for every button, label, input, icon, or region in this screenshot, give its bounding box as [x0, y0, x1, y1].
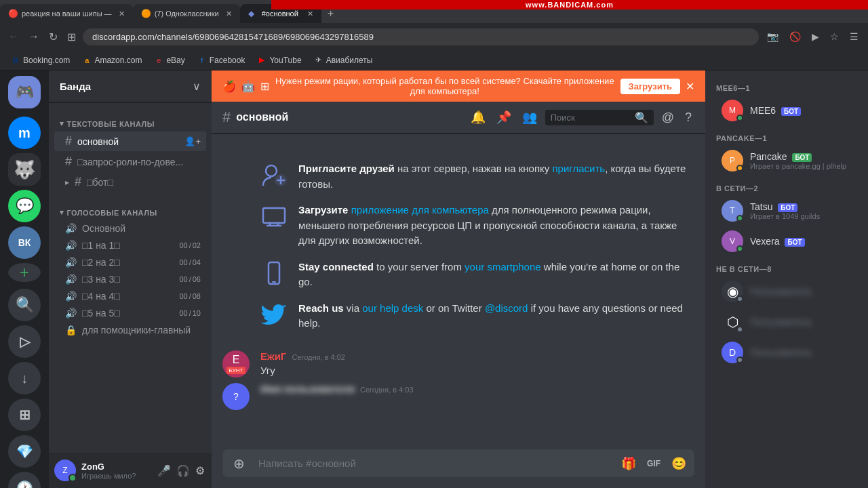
server-icon-explore[interactable]: 🔍: [8, 289, 41, 321]
search-box: 🔍: [545, 110, 654, 125]
nitro-icon: 💎: [8, 435, 41, 468]
server-icon-wolf[interactable]: 🐺: [8, 153, 41, 186]
vexera-tag: БОТ: [785, 238, 804, 247]
channel-item-запрос[interactable]: # □запрос-роли-по-дове...: [54, 152, 206, 171]
twitter-icon: [260, 301, 288, 328]
channel-item-основной[interactable]: # основной 👤+: [54, 131, 206, 151]
text-channels-category[interactable]: ▾ ТЕКСТОВЫЕ КАНАЛЫ: [49, 108, 212, 131]
cast-icon[interactable]: ▶: [808, 28, 823, 45]
voice-channel-3на3[interactable]: 🔊 □3 на 3□ 00/06: [54, 271, 206, 287]
bookmark-ebay[interactable]: e eBay: [149, 54, 190, 66]
mic-button[interactable]: 🎤: [156, 463, 172, 479]
server-icon-history[interactable]: 🕐: [8, 472, 41, 488]
bookmark-avia[interactable]: ✈ Авиабилеты: [309, 54, 378, 66]
voice-channels-category[interactable]: ▾ ГОЛОСОВЫЕ КАНАЛЫ: [49, 197, 212, 220]
bookmark-youtube[interactable]: ▶ YouTube: [252, 54, 307, 66]
pin-icon[interactable]: 📌: [494, 107, 514, 127]
msg-avatar-2: ?: [222, 383, 250, 410]
pancake-name: Pancake БОТ: [750, 151, 857, 162]
tab-favicon-1: 🔴: [8, 9, 18, 18]
attachment-button[interactable]: ⊕: [228, 450, 250, 477]
search-input[interactable]: [551, 113, 632, 123]
promo-download-button[interactable]: Загрузить: [620, 79, 680, 94]
voice-channel-2на2[interactable]: 🔊 □2 на 2□ 00/04: [54, 254, 206, 270]
member-offline-3[interactable]: D Пользователь: [711, 338, 863, 367]
voice-channel-1на1[interactable]: 🔊 □1 на 1□ 00/02: [54, 237, 206, 253]
members-section-offline: НЕ В СЕТИ—8 ◉ Пользователь ⬡ Пользовател…: [705, 257, 868, 368]
address-bar[interactable]: [83, 28, 759, 45]
member-offline-1[interactable]: ◉ Пользователь: [711, 277, 863, 306]
member-vexera[interactable]: V Vexera БОТ: [711, 226, 863, 256]
member-offline-2[interactable]: ⬡ Пользователь: [711, 307, 863, 337]
bookmark-facebook[interactable]: f Facebook: [192, 54, 251, 66]
server-icon-discord-home[interactable]: 🎮: [8, 76, 41, 108]
voice-channel-помощники[interactable]: 🔒 для помощники-главный: [54, 322, 206, 338]
channel-sidebar: Банда ∨ ▾ ТЕКСТОВЫЕ КАНАЛЫ # основной 👤+…: [49, 70, 212, 488]
channel-item-бот[interactable]: ▸ # □бот□: [54, 172, 206, 192]
help-icon[interactable]: ?: [682, 108, 694, 127]
server-icon-nitro[interactable]: 💎: [8, 435, 41, 468]
members-section-idle: PANCAKE—1 P Pancake БОТ Играет в pancake…: [705, 126, 868, 176]
offline-avatar-3: D: [722, 342, 743, 363]
forward-button[interactable]: →: [26, 28, 42, 45]
add-member-icon[interactable]: 👤+: [184, 136, 201, 146]
tatsu-sub: Играет в 1049 guilds: [750, 212, 857, 220]
windows-icon: ⊞: [260, 80, 269, 93]
current-user-name: ZonG: [81, 462, 151, 472]
member-pancake[interactable]: P Pancake БОТ Играет в pancake.gg | plhe…: [711, 146, 863, 176]
server-icon-download[interactable]: ↓: [8, 362, 41, 394]
member-mee6[interactable]: M MEE6 БОТ: [711, 96, 863, 125]
whatsapp-icon: 💬: [8, 190, 41, 222]
tab-close-2[interactable]: ✕: [226, 9, 232, 18]
promo-banner-text: Нужен режим рации, который работал бы по…: [275, 76, 615, 96]
screenshot-icon[interactable]: 📷: [763, 28, 783, 45]
mention-icon[interactable]: @: [659, 108, 677, 127]
voice-channel-5на5[interactable]: 🔊 □5 на 5□ 00/10: [54, 305, 206, 321]
tab-title-2: (7) Одноклассники: [155, 9, 219, 18]
home-button[interactable]: ⊞: [64, 28, 79, 46]
user-count-2: 00/04: [179, 258, 201, 266]
add-server-button[interactable]: +: [8, 263, 41, 282]
bookmark-avia-label: Авиабилеты: [326, 56, 373, 65]
promo-banner: 🍎 🤖 ⊞ Нужен режим рации, который работал…: [212, 70, 705, 102]
tab-2[interactable]: 🟠 (7) Одноклассники ✕: [133, 4, 240, 23]
tab-close-3[interactable]: ✕: [307, 9, 313, 18]
mee6-info: MEE6 БОТ: [750, 105, 857, 116]
member-tatsu[interactable]: T Tatsu БОТ Играет в 1049 guilds: [711, 196, 863, 226]
block-icon[interactable]: 🚫: [785, 28, 805, 45]
menu-icon[interactable]: ☰: [846, 28, 863, 45]
history-icon: 🕐: [8, 472, 41, 488]
server-icon-vk[interactable]: ВК: [8, 226, 41, 259]
tab-1[interactable]: 🔴 реакция на ваши шипы — ✕: [0, 4, 133, 23]
message-input[interactable]: [256, 449, 613, 477]
reload-button[interactable]: ↻: [46, 28, 60, 46]
user-count-4: 00/08: [179, 292, 201, 300]
offline-dot-1: [736, 296, 743, 302]
bookmark-booking[interactable]: B Booking.com: [5, 54, 75, 66]
bookmarks-bar: B Booking.com a Amazon.com e eBay f Face…: [0, 50, 868, 70]
user-settings-button[interactable]: ⚙: [194, 463, 206, 479]
voice-channel-4на4[interactable]: 🔊 □4 на 4□ 00/08: [54, 288, 206, 304]
svg-point-0: [266, 165, 277, 176]
avia-favicon: ✈: [314, 56, 323, 65]
server-header[interactable]: Банда ∨: [49, 70, 212, 103]
emoji-button[interactable]: 😊: [669, 453, 689, 474]
bookmark-amazon[interactable]: a Amazon.com: [77, 54, 147, 66]
server-icon-apps[interactable]: ⊞: [8, 399, 41, 431]
user-count-3: 00/06: [179, 275, 201, 283]
gift-icon[interactable]: 🎁: [618, 453, 639, 474]
bell-icon[interactable]: 🔔: [468, 107, 488, 127]
headphone-button[interactable]: 🎧: [175, 463, 191, 479]
bookmark-icon[interactable]: ☆: [826, 28, 843, 45]
tab-title-1: реакция на ваши шипы —: [22, 9, 112, 18]
gif-button[interactable]: GIF: [644, 456, 663, 471]
members-icon[interactable]: 👥: [519, 107, 540, 127]
promo-close-button[interactable]: ✕: [686, 80, 694, 93]
server-icon-activity[interactable]: ▷: [8, 325, 41, 358]
server-icon-messenger[interactable]: m: [8, 117, 41, 149]
welcome-item-mobile: Stay connected to your server from your …: [260, 254, 694, 296]
back-button[interactable]: ←: [5, 28, 22, 45]
voice-channel-основной[interactable]: 🔊 Основной: [54, 220, 206, 237]
tab-close-1[interactable]: ✕: [119, 9, 125, 18]
server-icon-whatsapp[interactable]: 💬: [8, 190, 41, 222]
